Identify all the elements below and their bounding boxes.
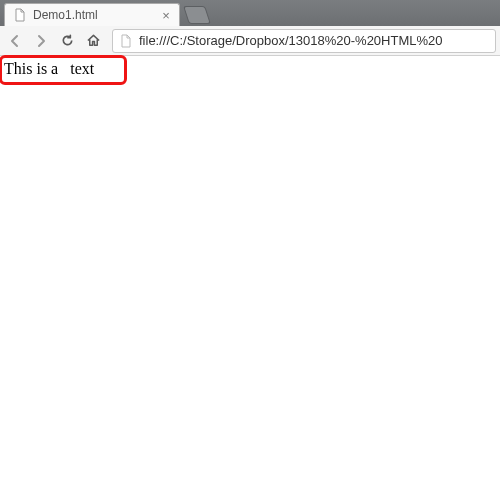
home-button[interactable]: [82, 30, 104, 52]
reload-button[interactable]: [56, 30, 78, 52]
page-body-text: This is a text: [4, 60, 94, 78]
file-icon: [13, 8, 27, 22]
address-bar[interactable]: file:///C:/Storage/Dropbox/13018%20-%20H…: [112, 29, 496, 53]
back-button[interactable]: [4, 30, 26, 52]
new-tab-button[interactable]: [183, 6, 211, 24]
browser-tab-active[interactable]: Demo1.html ×: [4, 3, 180, 26]
tab-title: Demo1.html: [33, 8, 159, 22]
tab-strip: Demo1.html ×: [0, 0, 500, 26]
close-icon[interactable]: ×: [159, 8, 173, 22]
toolbar: file:///C:/Storage/Dropbox/13018%20-%20H…: [0, 26, 500, 56]
page-icon: [119, 34, 133, 48]
page-viewport: This is a text: [0, 56, 500, 500]
url-text: file:///C:/Storage/Dropbox/13018%20-%20H…: [139, 33, 489, 48]
forward-button[interactable]: [30, 30, 52, 52]
